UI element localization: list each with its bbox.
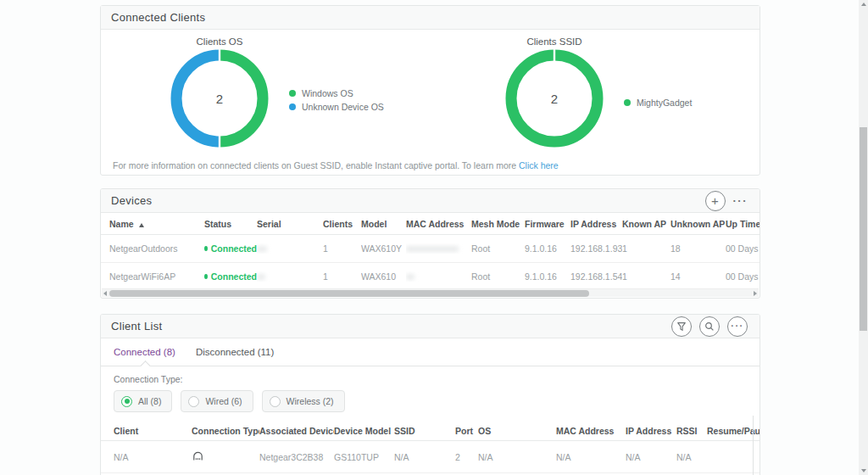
- col-ip[interactable]: IP Address: [570, 219, 622, 229]
- client-list-title: Client List: [111, 320, 162, 332]
- more-options-button[interactable]: ···: [727, 316, 748, 337]
- filter-button[interactable]: [671, 316, 692, 337]
- vertical-scrollbar-thumb[interactable]: [860, 127, 867, 331]
- tab-connected[interactable]: Connected (8): [114, 347, 175, 357]
- col-os[interactable]: OS: [478, 426, 556, 436]
- col-device-model[interactable]: Device Model: [334, 426, 394, 436]
- col-ip-address[interactable]: IP Address: [626, 426, 676, 436]
- radio-icon: [270, 396, 281, 407]
- devices-horizontal-scrollbar[interactable]: [102, 288, 759, 297]
- device-row-netgearoutdoors[interactable]: NetgearOutdoors Connected 1 WAX610Y Root…: [101, 235, 760, 262]
- scroll-up-arrow-icon[interactable]: [861, 3, 866, 6]
- client-ip: N/A: [626, 452, 676, 462]
- devices-card: Devices + ··· Name Status Serial Clients…: [100, 188, 760, 299]
- connected-clients-header: Connected Clients: [101, 6, 760, 30]
- col-model[interactable]: Model: [361, 219, 406, 229]
- col-connection-type[interactable]: Connection Type: [192, 426, 259, 436]
- device-ip: 192.168.1.54: [570, 271, 622, 282]
- captive-portal-note: For more information on connected client…: [113, 160, 559, 170]
- click-here-link[interactable]: Click here: [519, 160, 559, 170]
- device-name[interactable]: NetgearWiFi6AP: [109, 271, 204, 282]
- col-clients[interactable]: Clients: [323, 219, 361, 229]
- device-row-netgearwifi6ap[interactable]: NetgearWiFi6AP Connected 1 WAX610 Root 9…: [101, 262, 760, 289]
- scroll-down-arrow-icon[interactable]: [861, 469, 866, 472]
- col-serial[interactable]: Serial: [257, 219, 323, 229]
- connected-clients-card: Connected Clients Clients OS 2 Windows O…: [100, 5, 760, 176]
- device-mac-redacted: [406, 271, 471, 282]
- col-unknown-ap[interactable]: Unknown AP: [670, 219, 726, 229]
- tab-disconnected[interactable]: Disconnected (11): [196, 347, 274, 357]
- status-dot-icon: [204, 246, 208, 251]
- device-serial-redacted: [257, 271, 323, 282]
- col-mac[interactable]: MAC Address: [406, 219, 471, 229]
- clients-os-chart-title: Clients OS: [164, 36, 275, 47]
- device-uptime: 00 Days 23: [726, 243, 760, 254]
- legend-dot-blue: [289, 103, 296, 110]
- client-mac: N/A: [556, 452, 626, 462]
- device-known-ap: 1: [622, 271, 670, 282]
- clients-ssid-legend: MightyGadget: [624, 98, 692, 108]
- col-firmware[interactable]: Firmware: [525, 219, 570, 229]
- client-rssi: N/A: [676, 452, 707, 462]
- filter-all[interactable]: All (8): [114, 390, 172, 412]
- connected-clients-title: Connected Clients: [111, 11, 205, 24]
- legend-label: Unknown Device OS: [302, 102, 384, 112]
- filter-wireless[interactable]: Wireless (2): [262, 390, 345, 412]
- device-mesh-mode: Root: [471, 243, 525, 254]
- col-rssi[interactable]: RSSI: [676, 426, 707, 436]
- connection-type-label: Connection Type:: [114, 374, 760, 384]
- col-mesh-mode[interactable]: Mesh Mode: [471, 219, 525, 229]
- search-button[interactable]: [699, 316, 720, 337]
- device-model: WAX610Y: [361, 243, 406, 254]
- clients-ssid-count: 2: [505, 49, 604, 148]
- device-known-ap: 1: [622, 243, 670, 254]
- clients-ssid-chart-title: Clients SSID: [499, 36, 609, 47]
- client-list-header-actions: ···: [671, 316, 749, 337]
- col-status[interactable]: Status: [204, 219, 257, 229]
- radio-selected-icon: [121, 396, 132, 407]
- clients-os-legend: Windows OS Unknown Device OS: [289, 88, 384, 112]
- devices-ellipsis-menu[interactable]: ···: [733, 195, 748, 206]
- legend-dot-green: [624, 99, 631, 106]
- device-model: WAX610: [361, 271, 406, 282]
- client-os: N/A: [478, 452, 556, 462]
- device-ip: 192.168.1.93: [570, 243, 622, 254]
- device-unknown-ap: 14: [670, 271, 726, 282]
- filter-wired[interactable]: Wired (6): [181, 390, 253, 412]
- col-associated-device[interactable]: Associated Device: [259, 426, 334, 436]
- client-ssid: N/A: [394, 452, 455, 462]
- col-port[interactable]: Port: [455, 426, 478, 436]
- device-name[interactable]: NetgearOutdoors: [109, 243, 204, 254]
- device-unknown-ap: 18: [670, 243, 726, 254]
- device-firmware: 9.1.0.16: [525, 243, 570, 254]
- client-name: N/A: [114, 452, 192, 462]
- add-device-button[interactable]: +: [705, 191, 726, 211]
- client-list-tabs: Connected (8) Disconnected (11): [101, 338, 760, 366]
- plus-icon: +: [711, 194, 719, 207]
- col-mac-address[interactable]: MAC Address: [556, 426, 626, 436]
- col-ssid[interactable]: SSID: [394, 426, 455, 436]
- client-row[interactable]: N/A Netgear3C2B38 GS110TUP N/A 2 N/A N/A…: [101, 441, 760, 473]
- client-connection-type: [192, 450, 259, 463]
- client-table-header: Client Connection Type Associated Device…: [101, 421, 760, 441]
- scroll-right-arrow-icon[interactable]: [754, 291, 757, 296]
- col-uptime[interactable]: Up Time: [726, 219, 760, 229]
- devices-header: Devices + ···: [101, 189, 760, 213]
- horizontal-scrollbar-thumb[interactable]: [109, 290, 589, 297]
- col-name[interactable]: Name: [109, 219, 204, 229]
- scroll-left-arrow-icon[interactable]: [103, 291, 107, 296]
- legend-item-unknown-os: Unknown Device OS: [289, 102, 384, 112]
- sort-asc-icon: [139, 223, 144, 227]
- devices-title: Devices: [111, 194, 152, 207]
- col-known-ap[interactable]: Known AP: [622, 219, 670, 229]
- col-client[interactable]: Client: [114, 426, 192, 436]
- clients-os-count: 2: [170, 49, 269, 148]
- device-clients: 1: [323, 271, 361, 282]
- client-device-model: GS110TUP: [334, 452, 394, 462]
- page-vertical-scrollbar[interactable]: [859, 0, 868, 475]
- radio-icon: [188, 396, 199, 407]
- table-column-divider: [753, 416, 754, 475]
- client-port: 2: [455, 452, 478, 462]
- connection-type-chips: All (8) Wired (6) Wireless (2): [114, 390, 760, 412]
- device-clients: 1: [323, 243, 361, 254]
